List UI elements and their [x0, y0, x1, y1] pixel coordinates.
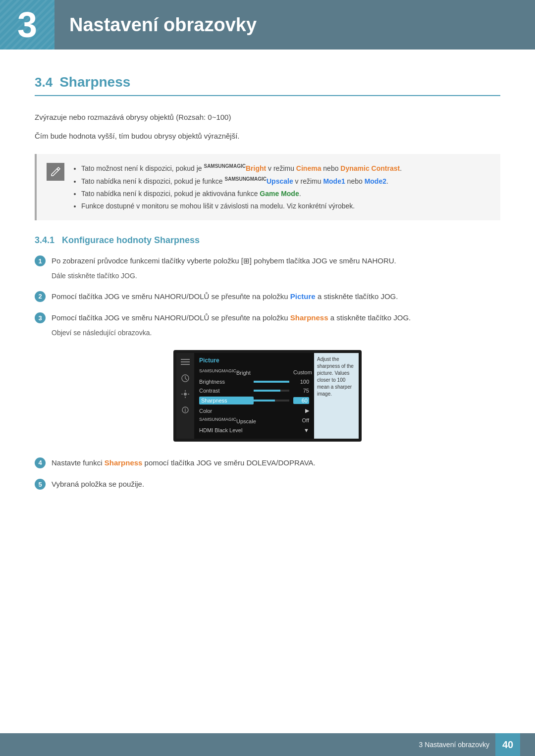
screen-tooltip: Adjust the sharpness of the picture. Val…	[314, 353, 359, 438]
footer-text: 3 Nastavení obrazovky	[419, 741, 489, 749]
menu-row-sharpness: Sharpness 60	[199, 395, 309, 406]
svg-rect-1	[181, 361, 190, 362]
step-3: Pomocí tlačítka JOG ve směru NAHORU/DOLŮ…	[35, 311, 500, 338]
chapter-title: Nastavení obrazovky	[69, 14, 257, 36]
note-icon	[47, 163, 64, 181]
brightness-fill	[254, 381, 289, 383]
body-text-1: Zvýrazuje nebo rozmazává obrysy objektů …	[35, 111, 500, 124]
monitor-icon-1	[180, 357, 191, 368]
note-box: Tato možnost není k dispozici, pokud je …	[35, 154, 500, 220]
step-2: Pomocí tlačítka JOG ve směru NAHORU/DOLŮ…	[35, 290, 500, 303]
monitor-screen: i Picture SAMSUNGMAGICBright Custom	[176, 353, 359, 438]
step-5: Vybraná položka se použije.	[35, 478, 500, 491]
menu-row-val-contrast: 75	[293, 388, 309, 394]
menu-row-label-sharpness: Sharpness	[199, 397, 254, 404]
menu-row-val-hdmi: ▼	[293, 427, 309, 433]
note-item-2: Tato nabídka není k dispozici, pokud je …	[81, 175, 402, 188]
monitor-container: i Picture SAMSUNGMAGICBright Custom	[35, 350, 500, 441]
pencil-icon	[50, 166, 61, 177]
chapter-number: 3	[17, 7, 37, 43]
chapter-number-block: 3	[0, 0, 54, 50]
section-title: Sharpness	[59, 74, 130, 90]
subsection-number: 3.4.1	[35, 235, 54, 245]
menu-row-label-brightness: Brightness	[199, 379, 254, 385]
menu-row-upscale: SAMSUNGMAGICUpscale Off	[199, 415, 309, 426]
screen-sidebar: i	[176, 353, 194, 438]
monitor-wrapper: i Picture SAMSUNGMAGICBright Custom	[173, 350, 362, 441]
monitor-icon-4: i	[180, 404, 191, 415]
step-4: Nastavte funkci Sharpness pomocí tlačítk…	[35, 456, 500, 469]
menu-row-val-brightness: 100	[293, 379, 309, 385]
step-3-text: Pomocí tlačítka JOG ve směru NAHORU/DOLŮ…	[52, 311, 500, 324]
menu-row-bright: SAMSUNGMAGICBright Custom	[199, 367, 309, 377]
menu-row-brightness: Brightness 100	[199, 377, 309, 386]
step-2-text: Pomocí tlačítka JOG ve směru NAHORU/DOLŮ…	[52, 290, 500, 303]
sharpness-fill	[254, 400, 275, 402]
menu-row-hdmi: HDMI Black Level ▼	[199, 426, 309, 435]
subsection-title: Konfigurace hodnoty Sharpness	[62, 235, 200, 245]
step-5-text: Vybraná položka se použije.	[52, 478, 500, 491]
body-text-2: Čím bude hodnota vyšší, tím budou obrysy…	[35, 130, 500, 143]
note-list: Tato možnost není k dispozici, pokud je …	[72, 162, 402, 212]
sharpness-bar	[254, 400, 289, 402]
note-item-3: Tato nabídka není k dispozici, pokud je …	[81, 188, 402, 200]
monitor-icon-2	[180, 373, 191, 384]
svg-text:i: i	[185, 407, 186, 413]
contrast-fill	[254, 390, 280, 392]
steps-list-2: Nastavte funkci Sharpness pomocí tlačítk…	[35, 456, 500, 491]
footer-page-number: 40	[495, 733, 520, 756]
menu-row-label-bright: SAMSUNGMAGICBright	[199, 368, 254, 376]
subsection-heading: 3.4.1 Konfigurace hodnoty Sharpness	[35, 235, 500, 246]
step-1-text: Po zobrazení průvodce funkcemi tlačítky …	[52, 254, 500, 267]
menu-row-val-color: ▶	[293, 407, 309, 414]
menu-row-label-hdmi: HDMI Black Level	[199, 427, 254, 433]
monitor-icon-3	[180, 389, 191, 400]
note-item-1: Tato možnost není k dispozici, pokud je …	[81, 162, 402, 175]
page-header: 3 Nastavení obrazovky	[0, 0, 535, 50]
step-1-sub: Dále stiskněte tlačítko JOG.	[52, 270, 500, 281]
menu-title: Picture	[199, 357, 309, 364]
svg-rect-2	[181, 364, 190, 365]
section-heading: 3.4 Sharpness	[35, 74, 500, 96]
menu-row-val-upscale: Off	[293, 417, 309, 423]
menu-row-val-bright: Custom	[293, 369, 309, 375]
step-1: Po zobrazení průvodce funkcemi tlačítky …	[35, 254, 500, 281]
menu-row-color: Color ▶	[199, 406, 309, 415]
screen-menu: Picture SAMSUNGMAGICBright Custom Bright…	[194, 353, 314, 438]
menu-row-val-sharpness: 60	[293, 397, 309, 404]
svg-point-4	[184, 393, 187, 396]
brightness-bar	[254, 381, 289, 383]
steps-list: Po zobrazení průvodce funkcemi tlačítky …	[35, 254, 500, 338]
menu-row-label-color: Color	[199, 408, 254, 414]
step-3-sub: Objeví se následující obrazovka.	[52, 327, 500, 338]
note-item-4: Funkce dostupné v monitoru se mohou liši…	[81, 200, 402, 212]
section-number: 3.4	[35, 75, 53, 90]
svg-rect-0	[181, 359, 190, 360]
menu-row-label-upscale: SAMSUNGMAGICUpscale	[199, 417, 254, 424]
step-4-text: Nastavte funkci Sharpness pomocí tlačítk…	[52, 456, 500, 469]
monitor-body: i Picture SAMSUNGMAGICBright Custom	[173, 350, 362, 441]
menu-row-label-contrast: Contrast	[199, 388, 254, 394]
menu-row-contrast: Contrast 75	[199, 386, 309, 395]
contrast-bar	[254, 390, 289, 392]
page-footer: 3 Nastavení obrazovky 40	[0, 733, 535, 756]
main-content: 3.4 Sharpness Zvýrazuje nebo rozmazává o…	[0, 50, 535, 539]
